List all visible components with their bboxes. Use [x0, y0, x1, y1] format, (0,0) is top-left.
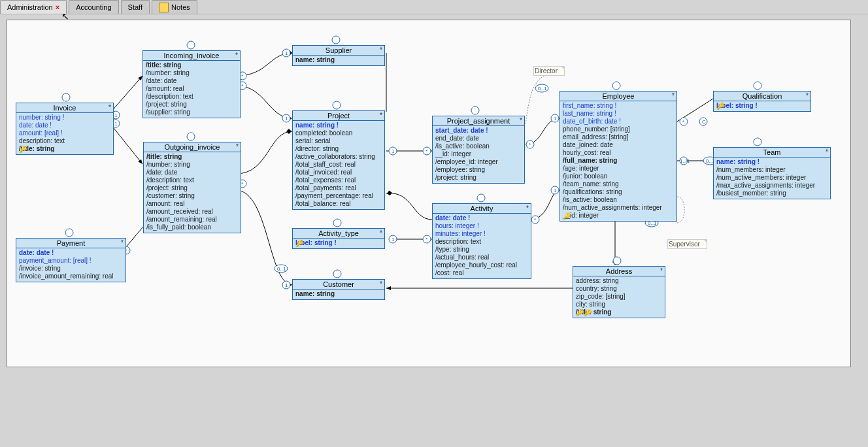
- entity-title: Activity_type*: [293, 229, 384, 239]
- entity-payment[interactable]: Payment* date: date !payment_amount: [re…: [16, 238, 126, 282]
- relation-label-director[interactable]: Director: [533, 66, 565, 76]
- diagram-canvas[interactable]: 1 1 * * * 1 1 1 1 * 1 * * * 1 1 0..1 0..…: [7, 20, 851, 367]
- entity-attribute: /number: string: [146, 161, 238, 169]
- entity-attribute: number: string !: [19, 114, 110, 122]
- svg-text:1: 1: [285, 282, 288, 288]
- svg-text:1: 1: [554, 116, 557, 122]
- entity-attribute: address: string: [576, 277, 662, 285]
- tab-notes[interactable]: Notes: [152, 0, 197, 14]
- tab-administration[interactable]: Administration ×: [0, 0, 67, 14]
- svg-text:1: 1: [392, 148, 395, 154]
- close-icon[interactable]: ×: [56, 3, 59, 11]
- entity-attribute: /total_invoiced: real: [295, 169, 382, 176]
- svg-text:*: *: [426, 237, 427, 242]
- entity-attribute: email_address: [string]: [563, 133, 674, 141]
- entity-attribute: minutes: integer !: [435, 230, 528, 238]
- entity-attribute: /supplier: string: [146, 108, 237, 116]
- svg-point-26: [531, 216, 539, 224]
- relation-label-supervisor[interactable]: Supervisor: [667, 239, 707, 249]
- entity-attribute: /qualifications: string: [563, 188, 674, 196]
- tab-staff[interactable]: Staff: [121, 0, 150, 14]
- entity-address[interactable]: Address* address: stringcountry: stringz…: [573, 266, 665, 318]
- svg-point-58: [471, 107, 479, 114]
- entity-attribute: /cost: real: [435, 269, 528, 277]
- svg-point-50: [62, 93, 70, 101]
- entity-attribute: country: string: [576, 285, 662, 293]
- entity-supplier[interactable]: Supplier* name: string: [292, 45, 385, 66]
- entity-attribute: /type: string: [435, 246, 528, 254]
- entity-activity[interactable]: Activity* date: date !hours: integer !mi…: [432, 203, 531, 279]
- entity-attribute: /date: date: [146, 77, 237, 85]
- entity-attribute: /project: string: [146, 184, 238, 192]
- entity-activity-type[interactable]: Activity_type* label: string ! 🔑: [292, 228, 385, 249]
- entity-attribute: /total_expenses: real: [295, 176, 382, 184]
- entity-attribute: /description: text: [146, 176, 238, 184]
- entity-attribute: date: date !: [19, 122, 110, 129]
- svg-text:C: C: [702, 119, 706, 125]
- entity-attribute: name: string: [295, 290, 382, 298]
- svg-point-32: [535, 84, 548, 92]
- svg-text:1: 1: [285, 116, 288, 122]
- entity-attribute: label: string !: [716, 102, 808, 110]
- svg-text:1: 1: [114, 112, 118, 118]
- entity-attribute: /date: date: [146, 169, 238, 176]
- entity-attribute: /actual_hours: real: [435, 254, 528, 261]
- entity-title: Employee*: [560, 91, 676, 101]
- entity-attribute: /amount_received: real: [146, 208, 238, 216]
- tab-accounting[interactable]: Accounting: [69, 0, 118, 14]
- entity-project[interactable]: Project* name: string !completed: boolea…: [292, 110, 385, 210]
- entity-customer[interactable]: Customer* name: string: [292, 279, 385, 300]
- entity-attribute: label: string !: [295, 239, 382, 247]
- entity-attribute: __id: integer: [435, 150, 522, 158]
- entity-attribute: zip_code: [string]: [576, 293, 662, 301]
- entity-title: Address*: [573, 267, 665, 276]
- entity-attribute: /num_active_members: integer: [716, 174, 827, 182]
- svg-text:*: *: [529, 142, 531, 148]
- svg-point-62: [754, 82, 761, 90]
- note-icon: [159, 3, 169, 12]
- entity-attribute: /project: string: [146, 101, 237, 108]
- svg-text:*: *: [534, 217, 536, 223]
- entity-attribute: hourly_cost: real: [563, 149, 674, 157]
- svg-text:0..1: 0..1: [538, 86, 547, 91]
- entity-attribute: /total_payments: real: [295, 184, 382, 192]
- svg-point-16: [389, 147, 397, 155]
- entity-incoming-invoice[interactable]: Incoming_invoice* /title: string/number:…: [142, 50, 241, 118]
- tab-bar: Administration × Accounting Staff Notes: [0, 0, 868, 14]
- entity-title: Customer*: [293, 280, 384, 290]
- svg-point-52: [187, 133, 195, 141]
- entity-attribute: /project: string: [435, 174, 522, 182]
- entity-title: Qualification*: [714, 91, 810, 101]
- svg-point-14: [282, 114, 290, 122]
- svg-text:*: *: [426, 148, 427, 154]
- entity-qualification[interactable]: Qualification* label: string ! 🔑: [713, 91, 811, 112]
- entity-project-assignment[interactable]: Project_assignment* start_date: date !en…: [432, 116, 525, 184]
- entity-employee[interactable]: Employee* first_name: string !last_name:…: [559, 91, 677, 222]
- entity-attribute: serial: serial: [295, 137, 382, 145]
- svg-text:1: 1: [114, 121, 118, 127]
- svg-point-30: [551, 186, 559, 194]
- svg-text:*: *: [682, 119, 684, 125]
- svg-point-20: [389, 235, 397, 243]
- entity-team[interactable]: Team* name: string !/num_members: intege…: [713, 147, 831, 199]
- svg-point-61: [613, 257, 621, 265]
- entity-attribute: first_name: string !: [563, 102, 674, 110]
- svg-text:1: 1: [285, 50, 288, 56]
- entity-attribute: date: date !: [435, 214, 528, 222]
- svg-point-56: [333, 219, 341, 227]
- entity-attribute: /customer: string: [146, 192, 238, 200]
- svg-point-51: [187, 41, 195, 49]
- entity-attribute: last_name: string !: [563, 110, 674, 118]
- svg-point-18: [423, 147, 431, 155]
- entity-attribute: date_of_birth: date !: [563, 118, 674, 125]
- entity-body: number: string !date: date !amount: [rea…: [16, 113, 113, 154]
- entity-attribute: /total_staff_cost: real: [295, 161, 382, 169]
- entity-invoice[interactable]: Invoice* number: string !date: date !amo…: [16, 103, 114, 155]
- svg-point-36: [680, 118, 688, 125]
- svg-text:*: *: [241, 83, 243, 89]
- svg-text:0..1: 0..1: [277, 266, 286, 272]
- svg-point-54: [332, 36, 340, 44]
- svg-text:1..N: 1..N: [680, 158, 690, 164]
- entity-outgoing-invoice[interactable]: Outgoing_invoice* /title: string/number:…: [143, 142, 241, 233]
- entity-attribute: /title: string: [19, 145, 110, 153]
